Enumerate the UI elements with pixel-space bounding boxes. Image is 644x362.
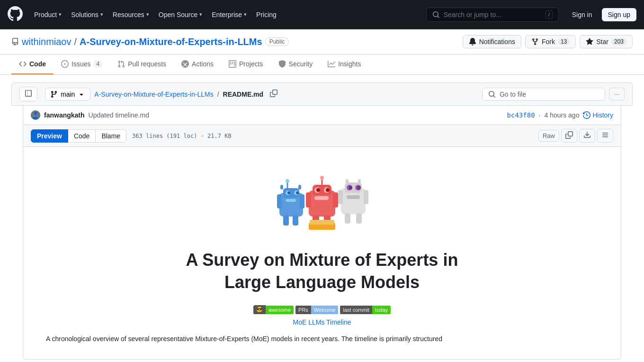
nav-solutions-label: Solutions: [71, 11, 98, 18]
nav-resources[interactable]: Resources ▾: [109, 8, 153, 21]
sign-up-button[interactable]: Sign up: [602, 8, 636, 21]
svg-point-30: [349, 186, 352, 190]
copy-raw-button[interactable]: [561, 129, 577, 143]
issues-count: 4: [93, 60, 102, 68]
tab-insights-label: Insights: [338, 60, 361, 68]
readme-hero: A Survey on Mixture of Experts in Large …: [46, 162, 598, 344]
svg-point-42: [320, 176, 324, 180]
github-logo[interactable]: [8, 6, 23, 23]
pr-icon: [117, 60, 125, 68]
view-tabs: Preview Code Blame: [31, 129, 126, 143]
search-icon: [432, 11, 440, 18]
tab-issues[interactable]: Issues 4: [54, 54, 110, 74]
readme-content: A Survey on Mixture of Experts in Large …: [23, 147, 621, 360]
svg-rect-34: [364, 190, 368, 204]
badge-right: awesome: [266, 306, 294, 314]
panel-icon: [25, 90, 32, 97]
copy-path-button[interactable]: [267, 89, 280, 100]
tab-pr-label: Pull requests: [128, 60, 166, 68]
commit-author-info: fanwangkath Updated timeline.md: [31, 110, 149, 120]
star-icon: [586, 38, 593, 45]
repo-actions: Notifications Fork 13 Star 203: [463, 35, 633, 48]
nav-solutions[interactable]: Solutions ▾: [67, 8, 107, 21]
history-button[interactable]: History: [583, 111, 613, 119]
repo-owner-link[interactable]: withinmiaov: [22, 36, 71, 47]
notifications-label: Notifications: [479, 38, 515, 45]
chevron-down-icon: ▾: [244, 11, 247, 18]
code-tab[interactable]: Code: [68, 129, 96, 143]
nav-product[interactable]: Product ▾: [30, 8, 65, 21]
preview-tab[interactable]: Preview: [31, 129, 68, 143]
tab-projects[interactable]: Projects: [221, 54, 271, 74]
nav-enterprise[interactable]: Enterprise ▾: [208, 8, 250, 21]
tab-code-label: Code: [29, 60, 46, 68]
readme-title: A Survey on Mixture of Experts in Large …: [46, 249, 598, 294]
sidebar-toggle-button[interactable]: [19, 87, 37, 101]
branch-icon: [50, 90, 58, 98]
file-header-actions: Go to file ···: [482, 88, 625, 101]
nav-open-source-label: Open Source: [159, 11, 198, 18]
insights-icon: [328, 60, 335, 68]
sign-in-link[interactable]: Sign in: [566, 9, 598, 21]
nav-pricing[interactable]: Pricing: [252, 8, 280, 21]
svg-rect-10: [293, 215, 298, 226]
svg-rect-7: [277, 194, 282, 208]
nav-links: Product ▾ Solutions ▾ Resources ▾ Open S…: [30, 8, 426, 21]
go-to-file-button[interactable]: Go to file: [482, 88, 605, 101]
tab-actions[interactable]: Actions: [174, 54, 221, 74]
file-viewer-header: main A-Survey-on-Mixture-of-Experts-in-L…: [11, 82, 633, 106]
nav-open-source[interactable]: Open Source ▾: [155, 8, 206, 21]
search-bar[interactable]: /: [426, 8, 559, 22]
raw-button[interactable]: Raw: [538, 130, 559, 142]
file-actions-right: Raw: [538, 129, 613, 143]
svg-rect-19: [314, 196, 329, 200]
more-options-button[interactable]: ···: [609, 88, 625, 100]
actions-icon: [181, 60, 189, 68]
download-icon: [583, 131, 591, 139]
tab-code[interactable]: Code: [11, 54, 54, 74]
search-shortcut: /: [546, 10, 553, 19]
breadcrumb-separator: /: [74, 36, 77, 47]
search-icon: [488, 90, 496, 98]
author-name: fanwangkath: [44, 111, 85, 119]
svg-point-18: [326, 188, 330, 192]
svg-point-17: [316, 188, 320, 192]
tab-pull-requests[interactable]: Pull requests: [110, 54, 174, 74]
timeline-link[interactable]: MoE LLMs Timeline: [46, 318, 598, 326]
chevron-down-icon: ▾: [59, 11, 62, 18]
branch-name: main: [61, 90, 75, 98]
go-to-file-label: Go to file: [500, 90, 526, 98]
repo-path-link[interactable]: A-Survey-on-Mixture-of-Experts-in-LLMs: [94, 90, 213, 98]
notifications-button[interactable]: Notifications: [463, 35, 521, 48]
repo-name-link[interactable]: A-Survey-on-Mixture-of-Experts-in-LLMs: [80, 36, 262, 47]
tab-insights[interactable]: Insights: [320, 54, 368, 74]
tab-actions-label: Actions: [192, 60, 214, 68]
nav-product-label: Product: [34, 11, 57, 18]
readme-title-line2: Large Language Models: [224, 272, 420, 292]
blame-tab[interactable]: Blame: [96, 129, 126, 143]
prs-badge: PRs Welcome: [295, 305, 338, 315]
svg-rect-21: [333, 192, 338, 208]
commit-meta: bc43f80 · 4 hours ago History: [507, 111, 613, 119]
list-icon: [601, 131, 609, 139]
svg-rect-33: [338, 190, 343, 204]
svg-rect-35: [345, 213, 350, 224]
badge-container: 😎 awesome PRs Welcome last commit today: [46, 305, 598, 315]
tab-security[interactable]: Security: [271, 54, 321, 74]
commit-message: Updated timeline.md: [89, 111, 149, 119]
fork-button[interactable]: Fork 13: [525, 35, 576, 48]
download-button[interactable]: [579, 129, 595, 143]
file-path: main A-Survey-on-Mixture-of-Experts-in-L…: [19, 87, 280, 101]
security-icon: [278, 60, 286, 68]
path-separator: /: [217, 90, 219, 98]
outline-button[interactable]: [597, 129, 613, 143]
badge-left: last commit: [340, 306, 372, 314]
file-metadata: 363 lines (191 loc) · 21.7 KB: [132, 133, 232, 139]
svg-point-5: [296, 191, 299, 194]
star-button[interactable]: Star 203: [580, 35, 633, 48]
commit-hash-link[interactable]: bc43f80: [507, 111, 535, 119]
search-input[interactable]: [444, 11, 542, 18]
badge-left: 😎: [253, 305, 266, 314]
repo-header: withinmiaov / A-Survey-on-Mixture-of-Exp…: [0, 29, 644, 54]
branch-selector[interactable]: main: [45, 88, 90, 101]
